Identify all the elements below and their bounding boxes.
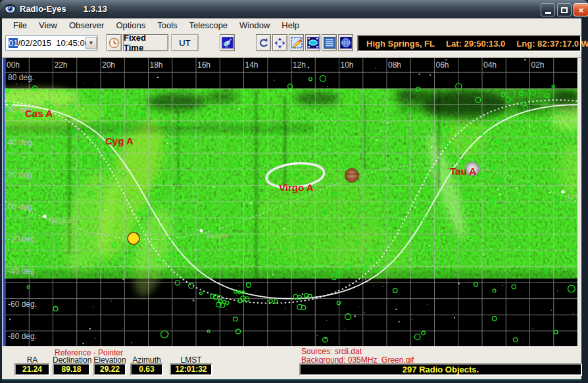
clock-icon [109, 37, 120, 49]
menu-tools[interactable]: Tools [151, 19, 183, 32]
svg-text:12h: 12h [293, 60, 306, 70]
svg-text:-20 deg.: -20 deg. [8, 235, 37, 244]
svg-text:00h: 00h [7, 60, 20, 70]
location-longitude: Lng: 82:37:17.0 W [516, 39, 588, 49]
svg-text:80 deg.: 80 deg. [8, 73, 34, 82]
svg-text:-40 deg.: -40 deg. [8, 267, 37, 276]
edit-region-button[interactable] [289, 34, 304, 51]
list-icon [324, 37, 335, 49]
datetime-dropdown-arrow[interactable]: ▼ [86, 37, 97, 49]
menu-options[interactable]: Options [110, 19, 151, 32]
menu-observer[interactable]: Observer [63, 19, 110, 32]
svg-text:00 deg.: 00 deg. [8, 202, 34, 212]
source-label-cas-a[interactable]: Cas A [25, 108, 53, 119]
source-label-virgo-a[interactable]: Virgo A [279, 182, 314, 193]
uranus-marker[interactable] [561, 190, 564, 193]
title-bar[interactable]: Radio-Eyes 1.3.13 × [0, 0, 588, 18]
menu-help[interactable]: Help [276, 19, 305, 32]
sun-marker[interactable] [128, 233, 139, 244]
observer-location-panel: High Springs, FL Lat: 29:50:13.0 Lng: 82… [357, 35, 581, 52]
edit-region-icon [291, 37, 303, 49]
svg-text:40 deg.: 40 deg. [8, 138, 34, 147]
jupiter-marker[interactable] [345, 168, 359, 183]
radio-objects-count: 297 Radio Objects. [299, 363, 582, 376]
svg-text:04h: 04h [483, 60, 497, 70]
app-window: Radio-Eyes 1.3.13 × File View Observer O… [0, 0, 588, 383]
menu-file[interactable]: File [7, 19, 33, 32]
globe-icon [340, 37, 352, 49]
menu-window[interactable]: Window [233, 19, 276, 32]
neptune-label: Neptune [49, 217, 77, 225]
telescope-dish-icon [222, 37, 233, 49]
sky-map-canvas[interactable]: 00h22h20h18h16h14h12h10h08h06h04h02h80 d… [5, 58, 577, 346]
svg-text:-80 deg.: -80 deg. [8, 332, 37, 341]
list-button[interactable] [322, 34, 337, 51]
app-version: 1.3.13 [84, 4, 107, 14]
location-name: High Springs, FL [366, 39, 435, 49]
svg-text:16h: 16h [197, 60, 210, 70]
sky-map-layers: 00h22h20h18h16h14h12h10h08h06h04h02h80 d… [5, 58, 577, 346]
menu-telescope[interactable]: Telescope [184, 19, 234, 32]
neptune-marker[interactable] [43, 214, 46, 217]
app-eye-icon [5, 3, 16, 14]
minimize-button[interactable] [541, 3, 555, 16]
undo-icon [258, 37, 269, 49]
window-content: File View Observer Options Tools Telesco… [2, 18, 581, 379]
pan-icon [274, 37, 285, 49]
svg-text:20h: 20h [102, 60, 115, 70]
clock-button[interactable] [107, 34, 122, 51]
lmst-value: 12:01:32 [170, 363, 212, 376]
sky-map[interactable]: 00h22h20h18h16h14h12h10h08h06h04h02h80 d… [3, 58, 576, 346]
ut-button[interactable]: UT [171, 34, 199, 51]
datetime-selected-part: 01 [9, 38, 18, 48]
menu-bar: File View Observer Options Tools Telesco… [2, 18, 581, 32]
svg-text:14h: 14h [245, 60, 258, 70]
svg-text:20 deg.: 20 deg. [8, 170, 34, 179]
pan-button[interactable] [272, 34, 287, 51]
window-bottom-edge [2, 379, 581, 380]
svg-text:18h: 18h [150, 60, 163, 70]
maximize-button[interactable] [557, 3, 572, 16]
globe-button[interactable] [338, 34, 353, 51]
ra-value: 21.24 [14, 363, 50, 376]
azimuth-value: 0.63 [130, 363, 163, 376]
telescope-dish-button[interactable] [220, 34, 235, 51]
svg-text:10h: 10h [341, 60, 354, 70]
datetime-rest: /02/2015 10:45:00 [18, 38, 89, 48]
uranus-label: Uranus [568, 192, 577, 200]
close-button[interactable]: × [574, 3, 588, 16]
elevation-value: 29.22 [93, 363, 126, 376]
toolbar: 01/02/2015 10:45:00 ▼ Fixed Time UT [2, 32, 581, 58]
saturn-marker[interactable] [199, 229, 203, 232]
saturn-label: Saturn [206, 231, 227, 239]
undo-button[interactable] [256, 34, 271, 51]
location-latitude: Lat: 29:50:13.0 [446, 39, 505, 49]
datetime-picker[interactable]: 01/02/2015 10:45:00 ▼ [5, 35, 98, 51]
declination-value: 89.18 [53, 363, 90, 376]
svg-text:-60 deg.: -60 deg. [8, 300, 37, 309]
app-title: Radio-Eyes [20, 4, 66, 14]
source-label-tau-a[interactable]: Tau A [450, 166, 476, 177]
menu-view[interactable]: View [33, 19, 63, 32]
svg-text:22h: 22h [55, 60, 68, 70]
sources-file-label: Sources: srcii.dat [301, 347, 362, 356]
svg-text:08h: 08h [388, 60, 401, 70]
fixed-time-button[interactable]: Fixed Time [123, 34, 168, 51]
svg-text:02h: 02h [531, 60, 545, 70]
source-label-cyg-a[interactable]: Cyg A [105, 135, 134, 146]
ellipse-select-button[interactable] [305, 34, 320, 51]
ellipse-select-icon [307, 37, 319, 49]
status-bar: Reference - Pointer RA Declination Eleva… [2, 346, 581, 379]
svg-text:06h: 06h [436, 60, 449, 70]
